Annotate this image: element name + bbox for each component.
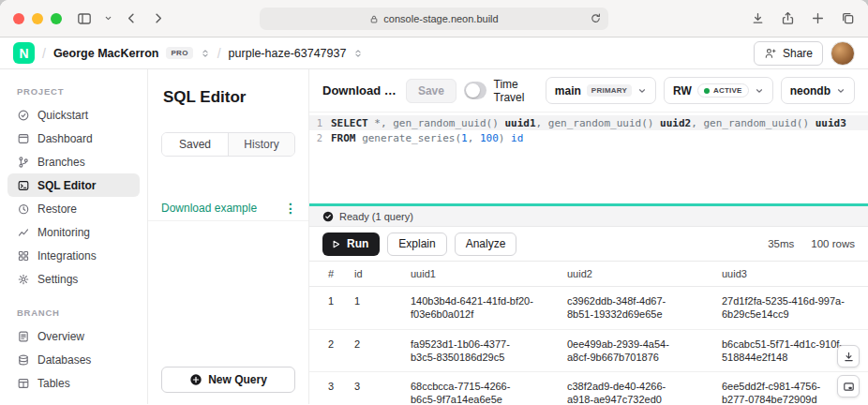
share-button-label: Share [783,47,813,60]
cell-uuid1: 68ccbcca-7715-4266-b6c5-9f7a14ea6e5e [411,380,534,404]
sidebar-item-databases[interactable]: Databases [7,348,140,371]
branch-select[interactable]: main PRIMARY [546,77,656,104]
cell-uuid1: fa9523d1-1b06-4377-b3c5-8350186d29c5 [411,338,534,365]
sidebar-item-quickstart[interactable]: Quickstart [7,103,140,127]
quickstart-icon [17,109,30,122]
org-name[interactable]: George MacKerron [53,47,159,60]
minimize-window-button[interactable] [32,13,43,24]
sql-editor-icon [17,179,30,192]
table-row[interactable]: 3 3 68ccbcca-7715-4266-b6c5-9f7a14ea6e5e… [309,372,868,404]
sidebar-item-label: Dashboard [37,132,93,145]
pro-badge: PRO [166,47,192,59]
sidebar-item-label: SQL Editor [37,179,96,192]
sidebar-item-dashboard[interactable]: Dashboard [7,127,140,150]
sidebar-item-label: Databases [37,353,91,367]
sidebar-item-settings[interactable]: Settings [7,267,140,291]
table-row[interactable]: 1 1 140b3b4d-6421-41fd-bf20-f03e6b0a012f… [309,287,868,330]
cell-uuid3: 6ee5dd2f-c981-4756-b277-0784be72909d [722,380,846,404]
active-badge: ACTIVE [697,83,749,98]
address-bar[interactable]: console-stage.neon.build [260,8,608,30]
saved-query-item[interactable]: Download example ⋮ [148,195,308,221]
sidebar-item-overview[interactable]: Overview [7,324,140,348]
tab-history[interactable]: History [228,133,294,156]
project-switcher-chevrons-icon[interactable] [353,48,363,59]
share-button[interactable]: Share [754,41,823,66]
cell-uuid2: c38f2ad9-de40-4266-a918-ae947c732ed0 [567,380,691,404]
run-button[interactable]: Run [322,232,380,256]
integrations-icon [17,249,30,262]
query-duration: 35ms [768,238,794,249]
sidebar-item-tables[interactable]: Tables [7,371,140,395]
org-switcher-chevrons-icon[interactable] [201,48,210,59]
back-icon[interactable] [125,11,139,25]
chevron-down-icon [755,86,764,96]
downloads-icon[interactable] [751,11,765,25]
sidebar: PROJECT Quickstart Dashboard Branches SQ… [0,69,148,404]
save-button[interactable]: Save [406,79,456,103]
kebab-menu-icon[interactable]: ⋮ [284,202,297,215]
new-tab-icon[interactable] [811,11,825,25]
time-travel-toggle[interactable] [464,82,486,99]
table-row[interactable]: 2 2 fa9523d1-1b06-4377-b3c5-8350186d29c5… [309,330,868,373]
editor-line-1: 1 SELECT *, gen_random_uuid() uuid1, gen… [309,115,868,130]
query-actions: Run Explain Analyze 35ms 100 rows [309,227,868,261]
sidebar-item-integrations[interactable]: Integrations [7,244,140,267]
sidebar-item-label: Integrations [37,249,97,262]
close-window-button[interactable] [13,13,24,24]
compute-select[interactable]: RW ACTIVE [664,77,773,104]
neon-logo[interactable]: N [13,42,35,64]
sidebar-item-label: Branches [37,156,85,169]
status-text: Ready (1 query) [339,211,413,222]
sidebar-toggle-icon[interactable] [77,11,92,26]
new-query-label: New Query [208,373,267,386]
download-results-button[interactable] [837,345,860,368]
saved-query-name: Download example [161,202,257,215]
toggle-knob [466,83,480,98]
branches-icon [17,156,30,169]
code-text: FROM generate_series(1, 100) id [331,132,523,144]
panel-icon [843,381,855,393]
query-title: Download example [322,83,398,98]
tab-saved[interactable]: Saved [162,133,228,156]
cell-index: 3 [328,380,354,404]
share-icon[interactable] [781,11,795,25]
chevron-down-icon[interactable] [104,14,112,22]
user-avatar[interactable] [831,41,855,66]
explain-button[interactable]: Explain [387,232,446,256]
editor-line-2: 2 FROM generate_series(1, 100) id [309,130,868,145]
new-query-button[interactable]: New Query [161,367,295,393]
primary-badge: PRIMARY [587,84,632,97]
database-select[interactable]: neondb [781,77,855,104]
active-status-dot [704,88,710,94]
database-select-value: neondb [790,84,831,98]
run-button-label: Run [347,237,368,250]
cell-index: 2 [328,338,354,365]
tab-overview-icon[interactable] [841,11,855,25]
settings-gear-icon [17,273,30,286]
monitoring-icon [17,226,30,239]
results-table-header: # id uuid1 uuid2 uuid3 [309,261,868,287]
sidebar-item-restore[interactable]: Restore [7,197,140,220]
download-icon [843,351,855,363]
analyze-button[interactable]: Analyze [455,232,517,256]
column-header-id: id [354,268,411,279]
query-row-count: 100 rows [811,238,855,249]
sidebar-item-branches[interactable]: Branches [7,150,140,173]
chevron-down-icon [637,86,647,96]
cell-uuid2: c3962ddb-348f-4d67-8b51-19332d69e65e [567,294,691,322]
fullscreen-window-button[interactable] [51,13,62,24]
forward-icon[interactable] [151,11,165,25]
floating-actions [837,345,860,398]
sidebar-item-label: Overview [37,330,84,343]
dashboard-icon [17,132,30,145]
cell-id: 3 [354,380,411,404]
feedback-widget-button[interactable] [837,375,860,398]
sidebar-item-sql-editor[interactable]: SQL Editor [7,173,140,197]
project-name[interactable]: purple-haze-63747937 [229,47,347,60]
restore-icon [17,202,30,216]
reload-icon[interactable] [590,12,602,24]
sql-code-editor[interactable]: 1 SELECT *, gen_random_uuid() uuid1, gen… [309,112,868,203]
breadcrumb-separator: / [217,46,221,61]
sidebar-item-monitoring[interactable]: Monitoring [7,220,140,244]
column-header-uuid3: uuid3 [722,268,868,279]
